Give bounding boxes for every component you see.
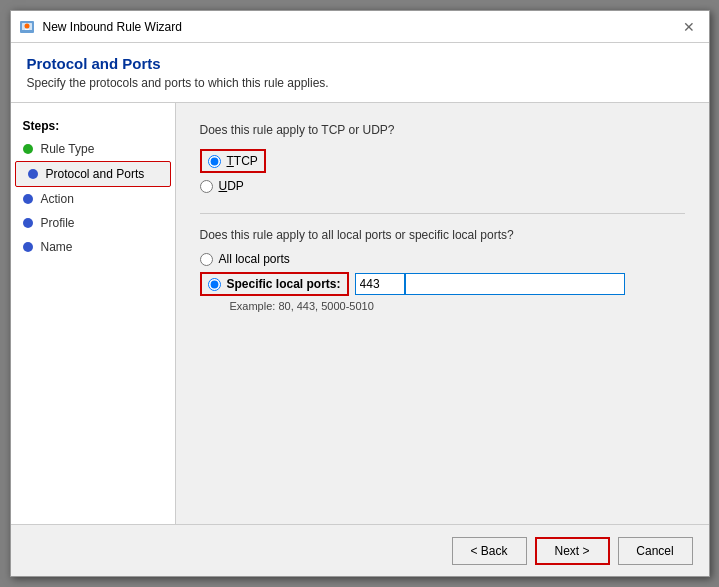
specific-ports-radio[interactable] bbox=[208, 278, 221, 291]
page-title: Protocol and Ports bbox=[27, 55, 693, 72]
main-content: Does this rule apply to TCP or UDP? TTCP… bbox=[176, 103, 709, 524]
specific-ports-label[interactable]: Specific local ports: bbox=[227, 277, 341, 291]
udp-option-row: UDP bbox=[200, 179, 685, 193]
header: Protocol and Ports Specify the protocols… bbox=[11, 43, 709, 103]
port-value-input[interactable] bbox=[355, 273, 405, 295]
sidebar-item-label: Action bbox=[41, 192, 74, 206]
sidebar: Steps: Rule Type Protocol and Ports Acti… bbox=[11, 103, 176, 524]
udp-label[interactable]: UDP bbox=[219, 179, 244, 193]
dialog: New Inbound Rule Wizard ✕ Protocol and P… bbox=[10, 10, 710, 577]
specific-ports-row: Specific local ports: bbox=[200, 272, 349, 296]
title-bar: New Inbound Rule Wizard ✕ bbox=[11, 11, 709, 43]
sidebar-item-action[interactable]: Action bbox=[11, 187, 175, 211]
sidebar-item-name[interactable]: Name bbox=[11, 235, 175, 259]
ports-section: Does this rule apply to all local ports … bbox=[200, 228, 685, 312]
tcp-label[interactable]: TTCP bbox=[227, 154, 258, 168]
sidebar-item-rule-type[interactable]: Rule Type bbox=[11, 137, 175, 161]
sidebar-item-label: Protocol and Ports bbox=[46, 167, 145, 181]
svg-point-2 bbox=[24, 23, 29, 28]
port-example: Example: 80, 443, 5000-5010 bbox=[230, 300, 685, 312]
all-ports-row: All local ports bbox=[200, 252, 685, 266]
svg-rect-3 bbox=[25, 29, 29, 30]
footer: < Back Next > Cancel bbox=[11, 524, 709, 576]
page-subtitle: Specify the protocols and ports to which… bbox=[27, 76, 693, 90]
step-active-icon bbox=[28, 169, 38, 179]
step-pending-icon bbox=[23, 194, 33, 204]
cancel-button[interactable]: Cancel bbox=[618, 537, 693, 565]
tcp-radio[interactable] bbox=[208, 155, 221, 168]
step-pending-icon bbox=[23, 242, 33, 252]
sidebar-item-profile[interactable]: Profile bbox=[11, 211, 175, 235]
ports-question: Does this rule apply to all local ports … bbox=[200, 228, 685, 242]
step-pending-icon bbox=[23, 218, 33, 228]
wizard-icon bbox=[19, 19, 35, 35]
protocol-radio-group: TTCP UDP bbox=[200, 149, 685, 193]
sidebar-item-label: Profile bbox=[41, 216, 75, 230]
sidebar-item-label: Rule Type bbox=[41, 142, 95, 156]
back-button[interactable]: < Back bbox=[452, 537, 527, 565]
steps-label: Steps: bbox=[11, 115, 175, 137]
body: Steps: Rule Type Protocol and Ports Acti… bbox=[11, 103, 709, 524]
all-ports-label[interactable]: All local ports bbox=[219, 252, 290, 266]
close-button[interactable]: ✕ bbox=[677, 15, 701, 39]
udp-radio[interactable] bbox=[200, 180, 213, 193]
title-bar-text: New Inbound Rule Wizard bbox=[43, 20, 669, 34]
section-divider bbox=[200, 213, 685, 214]
tcp-option-row: TTCP bbox=[200, 149, 266, 173]
sidebar-item-protocol-ports[interactable]: Protocol and Ports bbox=[15, 161, 171, 187]
step-done-icon bbox=[23, 144, 33, 154]
port-range-input[interactable] bbox=[405, 273, 625, 295]
all-ports-radio[interactable] bbox=[200, 253, 213, 266]
sidebar-item-label: Name bbox=[41, 240, 73, 254]
next-button[interactable]: Next > bbox=[535, 537, 610, 565]
tcp-udp-question: Does this rule apply to TCP or UDP? bbox=[200, 123, 685, 137]
